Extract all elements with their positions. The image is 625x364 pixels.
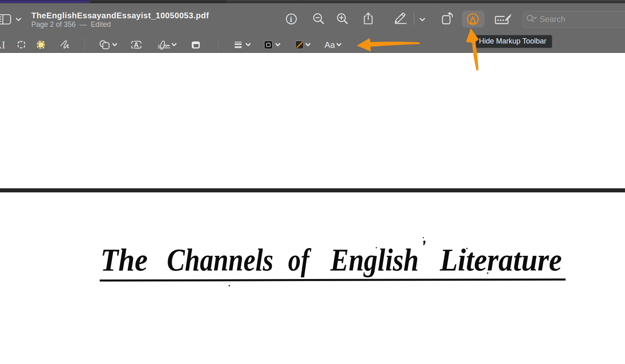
svg-text:i: i bbox=[290, 15, 292, 24]
svg-text:A: A bbox=[134, 41, 139, 48]
svg-text:I: I bbox=[2, 39, 5, 50]
svg-text:x: x bbox=[158, 43, 160, 48]
svg-text:A: A bbox=[0, 39, 2, 50]
svg-text:Aa: Aa bbox=[324, 40, 335, 49]
